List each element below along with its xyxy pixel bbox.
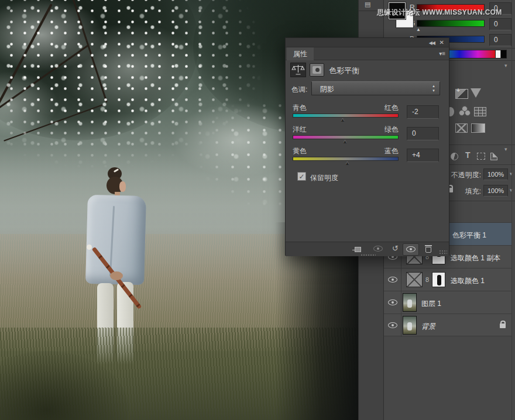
- cyan-label: 青色: [293, 103, 307, 113]
- panel-menu-icon[interactable]: ▾≡: [439, 50, 445, 57]
- magenta-green-value[interactable]: 0: [407, 127, 439, 140]
- spectrum-black-swatch[interactable]: [500, 50, 506, 58]
- properties-titlebar[interactable]: ◀◀ ✕: [286, 38, 449, 47]
- panel-resize-grip[interactable]: [439, 250, 447, 255]
- color-lookup-adjustment-icon[interactable]: [474, 107, 486, 116]
- slider3-labels: 黄色 蓝色: [293, 146, 399, 156]
- layer-row-selective-color[interactable]: 8 选取颜色 1: [384, 268, 511, 291]
- fill-label: 填充:: [455, 187, 481, 197]
- reset-adjustment-icon[interactable]: ↺: [392, 244, 399, 253]
- properties-tabbar: 属性 ▾≡: [286, 47, 449, 60]
- image-layer-thumbnail[interactable]: [403, 316, 417, 335]
- blue-label: 蓝色: [384, 146, 399, 156]
- spectrum-white-swatch[interactable]: [495, 50, 500, 58]
- toggle-visibility-button[interactable]: [403, 243, 419, 256]
- collapse-to-icons-button[interactable]: ◀◀: [429, 40, 435, 46]
- flute-tip: [87, 245, 92, 250]
- yellow-blue-slider-thumb[interactable]: ▲: [345, 160, 350, 166]
- layer-name[interactable]: 背景: [421, 322, 435, 332]
- tone-selected-value: 阴影: [320, 84, 334, 94]
- tone-stepper-icon[interactable]: ▲ ▼: [430, 84, 438, 94]
- layer-name[interactable]: 色彩平衡 1: [452, 230, 486, 240]
- filter-shape-layers-icon[interactable]: [477, 153, 485, 160]
- background-lock-icon: [500, 323, 506, 328]
- adjustment-title: 色彩平衡: [329, 66, 359, 76]
- layer-row-layer1[interactable]: 图层 1: [384, 291, 511, 314]
- curves-adjustment-icon[interactable]: [471, 88, 481, 98]
- eye-icon[interactable]: [388, 277, 397, 283]
- preserve-luminosity-label: 保留明度: [310, 173, 338, 183]
- slider2-labels: 洋红 绿色: [293, 125, 399, 135]
- view-previous-state-icon[interactable]: [373, 246, 383, 252]
- channel-mixer-adjustment-icon[interactable]: [459, 106, 472, 117]
- magenta-label: 洋红: [293, 125, 307, 135]
- woman-face: [119, 181, 126, 192]
- eye-icon[interactable]: [388, 322, 397, 328]
- magenta-green-slider-thumb[interactable]: ▲: [342, 139, 348, 144]
- tone-label: 色调:: [291, 85, 307, 95]
- gradient-map-adjustment-icon[interactable]: [471, 123, 485, 133]
- panel-drag-grip[interactable]: [360, 254, 376, 256]
- yellow-label: 黄色: [293, 146, 307, 156]
- selective-color-layer-thumbnail[interactable]: [406, 272, 423, 287]
- filter-type-layers-icon[interactable]: T: [465, 150, 471, 160]
- layer-name[interactable]: 图层 1: [421, 299, 441, 309]
- channel-g-slider[interactable]: [417, 20, 485, 27]
- channel-b-value[interactable]: 0: [489, 34, 511, 46]
- eye-icon[interactable]: [388, 299, 397, 305]
- close-panel-button[interactable]: ✕: [440, 39, 444, 46]
- cyan-red-slider[interactable]: [293, 113, 399, 118]
- properties-content: 色彩平衡 色调: 阴影 ▲ ▼ 青色 红色 ▲ -2 洋红 绿色: [286, 61, 449, 242]
- opacity-value[interactable]: 100%: [483, 168, 508, 180]
- invert-adjustment-icon[interactable]: [455, 123, 468, 133]
- cyan-red-slider-thumb[interactable]: ▲: [340, 117, 345, 123]
- delete-adjustment-icon[interactable]: [425, 245, 432, 253]
- watermark-text: 思缘设计论坛 WWW.MISSYUAN.COM: [377, 8, 514, 18]
- woman-hands: [110, 271, 123, 280]
- mask-link-icon[interactable]: 8: [425, 276, 429, 283]
- layer-row-background[interactable]: 背景: [384, 314, 511, 336]
- visibility-cell[interactable]: [384, 291, 401, 314]
- dock-right-edge: [511, 0, 512, 420]
- properties-bottom-bar: ↺: [286, 242, 449, 256]
- layer-name[interactable]: 选取颜色 1 副本: [451, 253, 500, 263]
- slider1-labels: 青色 红色: [293, 103, 399, 113]
- filter-adjustment-layers-icon[interactable]: [451, 153, 458, 160]
- panel-collapse-arrow[interactable]: ▾: [504, 63, 507, 68]
- preserve-luminosity-checkbox[interactable]: ✓: [297, 172, 306, 181]
- panel-strip-icon[interactable]: ▤: [365, 1, 370, 8]
- layer-mask-icon[interactable]: [310, 63, 324, 77]
- properties-panel: ◀◀ ✕ 属性 ▾≡ 色彩平衡 色调: 阴影 ▲ ▼: [285, 37, 449, 256]
- tab-properties[interactable]: 属性: [287, 47, 314, 60]
- filter-smart-object-icon[interactable]: [490, 153, 497, 160]
- photoshop-window: ▤ R 0 G ▲ 0 B ▲ 0 ▾: [0, 0, 515, 420]
- yellow-blue-value[interactable]: +4: [407, 149, 439, 162]
- red-label: 红色: [384, 103, 399, 113]
- color-balance-scales-icon: [290, 63, 306, 77]
- layer-name[interactable]: 选取颜色 1: [451, 276, 485, 286]
- green-label: 绿色: [384, 125, 399, 135]
- fill-value[interactable]: 100%: [483, 185, 508, 197]
- exposure-adjustment-icon[interactable]: [455, 89, 468, 99]
- visibility-cell[interactable]: [384, 268, 401, 291]
- image-layer-thumbnail[interactable]: [403, 293, 417, 312]
- clip-to-layer-icon[interactable]: [355, 247, 361, 252]
- channel-g-value[interactable]: 0: [489, 18, 511, 30]
- visibility-cell[interactable]: [384, 314, 401, 337]
- layer-mask-thumbnail[interactable]: [432, 272, 445, 287]
- channel-g-slider-thumb[interactable]: ▲: [416, 27, 421, 32]
- panel-collapse-arrow[interactable]: ▾: [504, 146, 507, 152]
- tone-select[interactable]: 阴影 ▲ ▼: [311, 81, 440, 95]
- cyan-red-value[interactable]: -2: [407, 105, 439, 119]
